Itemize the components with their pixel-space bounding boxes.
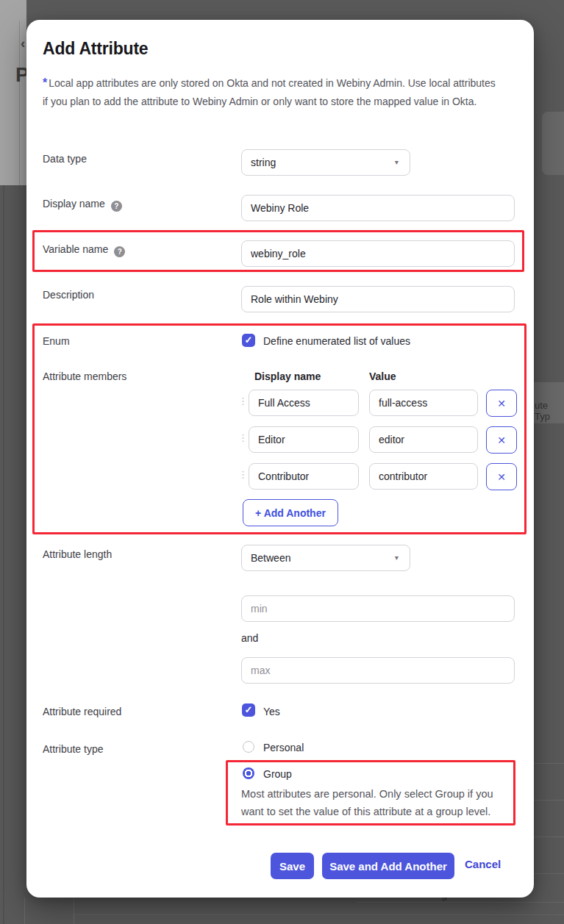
variable-name-label: Variable name [43,243,125,257]
help-icon[interactable] [114,246,125,257]
members-column-value: Value [369,370,396,382]
display-name-label: Display name [43,198,122,212]
chevron-down-icon [393,554,401,562]
chevron-down-icon [393,158,401,167]
add-attribute-modal: Add Attribute *Local app attributes are … [26,20,534,898]
min-length-input[interactable] [241,595,515,622]
drag-handle-icon[interactable]: ⋮ [238,397,247,406]
background-column-border [24,898,25,924]
attribute-type-label: Attribute type [43,743,104,755]
drag-handle-icon[interactable]: ⋮ [238,470,247,479]
attribute-members-label: Attribute members [43,370,126,382]
attribute-length-label: Attribute length [43,548,112,560]
group-help-text: Most attributes are personal. Only selec… [241,785,515,820]
attribute-length-value: Between [251,552,290,564]
description-label: Description [43,289,94,301]
enum-checkbox-label: Define enumerated list of values [263,335,410,347]
background-page-header [0,0,26,185]
background-row-divider [534,800,564,801]
max-length-input[interactable] [241,657,515,684]
member-value-input[interactable] [369,390,478,416]
members-column-display-name: Display name [254,370,321,382]
note-text: Local app attributes are only stored on … [43,77,496,107]
background-row-divider [534,873,564,874]
enum-checkbox[interactable] [242,334,255,347]
attribute-required-checkbox[interactable] [242,703,255,717]
save-button[interactable]: Save [271,853,314,879]
member-display-name-input[interactable] [249,390,359,416]
background-panel-border [3,185,4,924]
personal-radio-label: Personal [263,742,304,753]
attribute-required-label: Attribute required [43,706,121,717]
local-attribute-note: *Local app attributes are only stored on… [43,74,497,111]
member-value-input[interactable] [369,426,478,453]
help-icon[interactable] [111,201,122,212]
back-chevron-icon: ‹ [21,35,25,51]
data-type-value: string [251,157,276,168]
attribute-length-select[interactable]: Between [241,545,410,571]
display-name-input[interactable] [241,195,515,221]
member-value-input[interactable] [369,463,478,490]
remove-member-button[interactable]: ✕ [486,463,517,490]
background-table-border [19,21,20,185]
data-type-select[interactable]: string [241,149,410,176]
background-row-divider [357,902,564,903]
group-radio-label: Group [263,768,292,780]
description-input[interactable] [241,286,515,312]
length-separator-label: and [241,632,258,644]
variable-name-input[interactable] [241,240,515,267]
background-row-divider [534,837,564,837]
modal-title: Add Attribute [43,39,148,59]
attribute-required-checkbox-label: Yes [263,706,280,717]
background-column-header-fragment: ute Typ [535,400,564,422]
member-display-name-input[interactable] [249,463,359,490]
remove-member-button[interactable]: ✕ [486,426,517,454]
background-row-divider [534,763,564,764]
save-and-add-another-button[interactable]: Save and Add Another [322,853,454,879]
member-display-name-input[interactable] [249,426,359,453]
enum-label: Enum [43,335,70,347]
add-another-member-button[interactable]: + Add Another [243,499,338,526]
group-radio[interactable] [243,767,254,779]
remove-member-button[interactable]: ✕ [486,390,517,417]
background-row-divider [534,423,564,423]
cancel-button[interactable]: Cancel [465,858,501,870]
drag-handle-icon[interactable]: ⋮ [238,434,247,443]
personal-radio[interactable] [243,741,254,753]
required-asterisk-icon: * [43,76,47,89]
background-row-divider [74,914,564,915]
background-button-fragment [542,112,564,175]
data-type-label: Data type [43,153,87,165]
background-column-border [74,898,74,924]
